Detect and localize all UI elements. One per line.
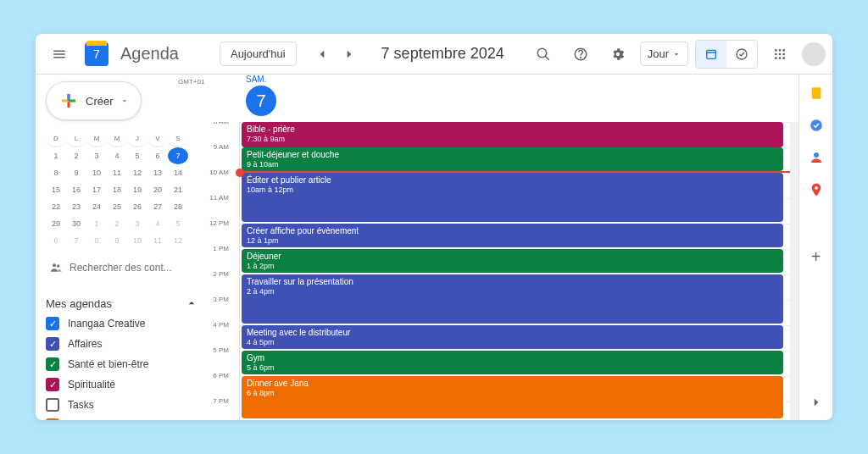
help-icon[interactable] [565,39,596,69]
mini-cal-day[interactable]: 7 [168,147,188,164]
svg-point-17 [57,264,59,267]
calendar-event[interactable]: Petit-déjeuner et douche 9 à 10am [242,147,783,171]
view-select[interactable]: Jour [640,42,688,66]
mini-cal-day[interactable]: 16 [66,181,86,198]
mini-cal-day[interactable]: 8 [46,164,66,181]
mini-cal-day[interactable]: 9 [66,164,86,181]
mini-cal-day[interactable]: 7 [66,232,86,249]
mini-cal-day[interactable]: 15 [46,181,66,198]
today-button[interactable]: Aujourd'hui [220,42,297,66]
mini-cal-day[interactable]: 21 [168,181,188,198]
calendar-item[interactable]: ✓Affaires [46,334,198,354]
calendar-checkbox[interactable]: ✓ [46,357,59,371]
calendar-event[interactable]: Déjeuner 1 à 2pm [242,249,783,273]
create-button[interactable]: Créer [46,81,142,120]
mini-cal-day[interactable]: 30 [66,215,86,232]
tasks-icon[interactable] [808,117,825,134]
mini-cal-day[interactable]: 3 [127,215,147,232]
mini-cal-day[interactable]: 29 [46,215,66,232]
calendar-event[interactable]: Éditer et publier article 10am à 12pm [242,173,783,222]
calendar-checkbox[interactable]: ✓ [46,317,59,330]
hour-label: 6 PM [213,372,229,379]
mini-cal-day[interactable]: 25 [107,198,127,215]
mini-cal-day[interactable]: 10 [127,232,147,249]
mini-cal-day[interactable]: 26 [127,198,147,215]
chevron-up-icon [185,296,198,310]
mini-cal-day[interactable]: 5 [127,147,147,164]
event-title: Gym [247,353,778,363]
mini-calendar[interactable]: DLMMJVS123456789101112131415161718192021… [46,130,198,249]
svg-point-7 [775,49,777,52]
mini-cal-day[interactable]: 2 [66,147,86,164]
mini-cal-day[interactable]: 27 [147,198,168,215]
calendar-checkbox[interactable]: ✓ [46,337,59,351]
hour-label: 10 AM [209,169,229,176]
keep-icon[interactable] [808,85,825,102]
mini-cal-day[interactable]: 4 [147,215,168,232]
calendar-event[interactable]: Bible - prière 7:30 à 9am [242,122,783,147]
mini-cal-day[interactable]: 6 [46,232,66,249]
mini-cal-day[interactable]: 1 [86,215,107,232]
add-addon-button[interactable]: + [811,247,821,267]
mini-cal-day[interactable]: 13 [147,164,168,181]
calendar-checkbox[interactable]: ✓ [46,418,59,420]
mini-cal-day[interactable]: 17 [86,181,107,198]
mini-cal-day[interactable]: 2 [107,215,127,232]
mini-cal-day[interactable]: 18 [107,181,127,198]
mini-cal-day[interactable]: 12 [127,164,147,181]
contacts-icon[interactable] [808,149,825,166]
avatar[interactable] [802,42,826,66]
next-button[interactable] [337,42,361,66]
mini-cal-day[interactable]: 24 [86,198,107,215]
settings-icon[interactable] [603,39,633,69]
mini-cal-day[interactable]: 12 [168,232,188,249]
mini-cal-day[interactable]: 20 [147,181,168,198]
mini-cal-day[interactable]: 4 [107,147,127,164]
event-time: 10am à 12pm [247,185,778,195]
mini-cal-day[interactable]: 11 [107,164,127,181]
my-calendars-header[interactable]: Mes agendas [46,293,198,313]
calendar-checkbox[interactable] [46,398,59,412]
calendar-checkbox[interactable]: ✓ [46,378,59,391]
prev-button[interactable] [310,42,334,66]
mini-cal-day[interactable]: 3 [86,147,107,164]
now-indicator [240,171,790,173]
mini-cal-day[interactable]: 14 [168,164,188,181]
calendar-label: Vie sociale [68,419,117,420]
calendar-item[interactable]: Tasks [46,395,198,415]
tasks-view-button[interactable] [726,41,757,68]
calendar-view-button[interactable] [696,41,726,68]
search-contacts[interactable]: Rechercher des cont... [46,256,198,280]
calendar-event[interactable]: Dinner ave Jana 6 à 8pm [242,376,783,418]
calendar-item[interactable]: ✓Santé et bien-être [46,354,198,374]
mini-cal-day[interactable]: 28 [168,198,188,215]
mini-cal-day[interactable]: 23 [66,198,86,215]
calendar-item[interactable]: ✓Inangaa Creative [46,313,198,334]
calendar-event[interactable]: Gym 5 à 6pm [242,351,783,374]
chevron-down-icon [672,50,681,58]
mini-cal-day[interactable]: 11 [147,232,168,249]
mini-cal-dow: M [107,130,127,147]
mini-cal-day[interactable]: 8 [86,232,107,249]
mini-cal-day[interactable]: 9 [107,232,127,249]
calendar-event[interactable]: Travailler sur la présentation 2 à 4pm [242,274,783,324]
mini-cal-day[interactable]: 6 [147,147,168,164]
mini-cal-day[interactable]: 19 [127,181,147,198]
search-icon[interactable] [528,39,559,69]
scrollbar[interactable] [790,122,798,420]
mini-cal-day[interactable]: 22 [46,198,66,215]
mini-cal-day[interactable]: 10 [86,164,107,181]
svg-point-21 [815,186,818,190]
day-number[interactable]: 7 [246,86,276,116]
calendar-event[interactable]: Créer affiche pour évènement 12 à 1pm [242,224,783,247]
people-icon [49,261,63,274]
calendar-item[interactable]: ✓Vie sociale [46,415,198,420]
menu-button[interactable] [42,37,76,71]
calendar-event[interactable]: Meeting avec le distributeur 4 à 5pm [242,325,783,349]
apps-icon[interactable] [765,39,795,69]
mini-cal-day[interactable]: 5 [168,215,188,232]
maps-icon[interactable] [808,181,825,198]
collapse-rightbar-button[interactable] [809,395,824,410]
mini-cal-day[interactable]: 1 [46,147,66,164]
calendar-item[interactable]: ✓Spiritualité [46,374,198,395]
